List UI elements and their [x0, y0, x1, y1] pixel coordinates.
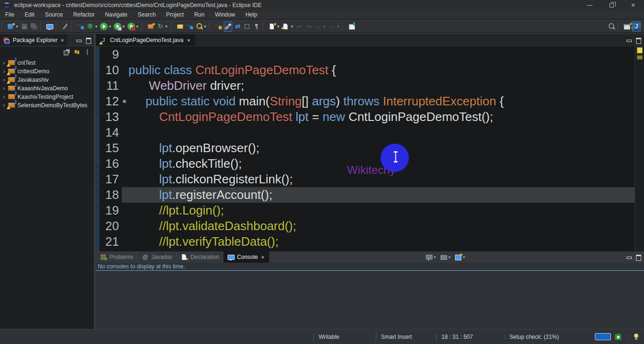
dropdown-caret-icon[interactable]: ▼	[203, 25, 207, 29]
block-selection-icon[interactable]: ▼	[243, 21, 251, 32]
toolbar-grip[interactable]: ▼	[71, 23, 75, 30]
dropdown-caret-icon[interactable]: ▼	[108, 25, 112, 29]
search-icon[interactable]: ▼	[195, 21, 208, 32]
highlighter-icon[interactable]: ▼	[224, 21, 232, 32]
overview-ruler[interactable]	[635, 46, 644, 251]
notification-bulb-icon[interactable]	[633, 333, 639, 341]
minimize-editor-icon[interactable]	[625, 36, 633, 44]
line-number[interactable]: 9	[100, 47, 122, 62]
occurrence-marker[interactable]	[637, 55, 643, 60]
run-icon[interactable]: ▼	[100, 21, 112, 32]
menu-project[interactable]: Project	[161, 10, 189, 19]
code-line[interactable]: 14	[100, 125, 635, 140]
toolbar-grip[interactable]: ▼	[40, 23, 43, 30]
fold-marker-icon[interactable]	[122, 109, 128, 125]
menu-run[interactable]: Run	[189, 10, 210, 19]
close-editor-tab-icon[interactable]: ×	[186, 37, 191, 43]
dropdown-caret-icon[interactable]: ▼	[94, 25, 98, 29]
find-actions-icon[interactable]: ▼	[607, 21, 616, 32]
dropdown-caret-icon[interactable]: ▼	[165, 25, 169, 29]
code-text[interactable]: lpt.clickonRegisterLink();	[128, 172, 293, 187]
fold-marker-icon[interactable]	[122, 187, 128, 203]
minimize-view-icon[interactable]	[75, 36, 83, 44]
occurrence-marker[interactable]	[637, 47, 643, 53]
toolbar-grip[interactable]: ▼	[56, 23, 59, 30]
toolbar-grip[interactable]: ▼	[142, 23, 145, 30]
launch-shortcut-icon[interactable]: ▼	[76, 21, 85, 32]
pin-console-icon[interactable]: ▼	[425, 253, 437, 261]
fold-marker-icon[interactable]	[122, 125, 128, 140]
toolbar-grip[interactable]: ▼	[263, 23, 266, 30]
code-line[interactable]: 15 lpt.openBrowser();	[100, 140, 635, 156]
code-line[interactable]: 9	[100, 47, 635, 62]
dropdown-caret-icon[interactable]: ▼	[336, 25, 340, 29]
code-text[interactable]: //lpt.validateDashboard();	[128, 218, 297, 234]
menu-file[interactable]: File	[0, 10, 19, 19]
menu-navigate[interactable]: Navigate	[100, 10, 132, 19]
new-java-project-icon[interactable]: ▼	[147, 21, 155, 32]
line-number[interactable]: 18	[100, 187, 122, 203]
editor-left-ruler[interactable]	[96, 46, 100, 251]
code-text[interactable]: CntLoginPageDemoTest lpt = new CntLoginP…	[128, 109, 493, 125]
toolbar-grip[interactable]: ▼	[171, 23, 174, 30]
fold-marker-icon[interactable]	[122, 156, 128, 172]
fold-marker-icon[interactable]	[122, 172, 128, 187]
line-number[interactable]: 20	[100, 218, 122, 234]
line-number[interactable]: 16	[100, 156, 122, 172]
fold-marker-icon[interactable]	[122, 203, 128, 218]
line-number[interactable]: 21	[100, 234, 122, 249]
line-number[interactable]: 17	[100, 172, 122, 187]
minimize-button[interactable]: —	[579, 0, 601, 10]
line-number[interactable]: 19	[100, 203, 122, 218]
line-number[interactable]: 14	[100, 125, 122, 140]
word-wrap-icon[interactable]: ▼	[233, 21, 242, 32]
collapse-all-icon[interactable]	[63, 48, 70, 56]
display-console-icon[interactable]: ▼	[440, 253, 451, 261]
code-line[interactable]: 18 lpt.registerAccount();	[100, 187, 635, 203]
toolbar-grip[interactable]: ▼	[342, 23, 346, 30]
save-all-icon[interactable]: ▼	[30, 21, 38, 32]
next-edit-location-icon[interactable]: ▼	[305, 21, 313, 32]
run-external-icon[interactable]: ▼	[127, 21, 140, 32]
dropdown-caret-icon[interactable]: ▼	[15, 25, 19, 29]
project-item[interactable]: › SeleniumDemoByTestBytes	[0, 101, 94, 110]
fold-marker-icon[interactable]	[122, 218, 128, 234]
dropdown-caret-icon[interactable]: ▼	[290, 25, 294, 29]
open-console-icon[interactable]: ▼	[45, 21, 54, 32]
tab-javadoc[interactable]: Javadoc	[138, 251, 177, 263]
stop-task-button[interactable]	[615, 334, 621, 340]
tab-cntloginpagedemotest[interactable]: CntLoginPageDemoTest.java ×	[96, 34, 195, 46]
open-console-icon[interactable]: ▼	[455, 253, 466, 261]
menu-search[interactable]: Search	[133, 10, 161, 19]
fold-marker-icon[interactable]	[122, 62, 128, 78]
fold-marker-icon[interactable]	[122, 78, 128, 94]
coverage-icon[interactable]: ▼	[113, 21, 126, 32]
minimize-console-icon[interactable]	[625, 253, 633, 261]
code-text[interactable]: //lpt.verifyTableData();	[128, 234, 279, 249]
code-text[interactable]: lpt.checkTitle();	[128, 156, 242, 172]
expand-chevron-icon[interactable]: ›	[2, 94, 6, 100]
open-task-icon[interactable]: ▼	[176, 21, 185, 32]
dropdown-caret-icon[interactable]: ▼	[322, 25, 326, 29]
tab-problems[interactable]: Problems	[96, 251, 138, 263]
toolbar-grip[interactable]: ▼	[618, 23, 621, 30]
show-whitespace-icon[interactable]: ▼	[252, 21, 261, 32]
skip-breakpoints-icon[interactable]: ▼	[61, 21, 69, 32]
line-number[interactable]: 11	[100, 78, 122, 94]
fold-marker-icon[interactable]	[122, 47, 128, 62]
menu-help[interactable]: Help	[240, 10, 263, 19]
expand-chevron-icon[interactable]: ›	[2, 60, 6, 66]
code-text[interactable]: public class CntLoginPageDemoTest {	[128, 62, 336, 78]
maximize-editor-icon[interactable]	[635, 36, 642, 44]
debug-icon[interactable]: ▼	[86, 21, 99, 32]
dropdown-caret-icon[interactable]: ▼	[136, 25, 139, 29]
code-line[interactable]: 11 WebDriver driver;	[100, 78, 635, 94]
console-output-area[interactable]	[96, 271, 644, 329]
open-perspective-icon[interactable]: ▼	[623, 21, 631, 32]
fold-marker-icon[interactable]	[122, 234, 128, 249]
menu-refactor[interactable]: Refactor	[68, 10, 100, 19]
code-line[interactable]: 20 //lpt.validateDashboard();	[100, 218, 635, 234]
line-number[interactable]: 15	[100, 140, 122, 156]
code-area[interactable]: 9 10 public class CntLoginPageDemoTest {…	[100, 47, 635, 251]
toolbar-grip[interactable]: ▼	[1, 23, 5, 30]
